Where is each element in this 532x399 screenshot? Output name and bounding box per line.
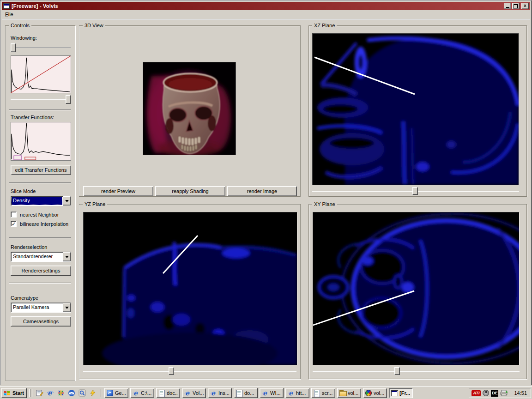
taskbar-task-button[interactable]: Ins... [208,388,232,398]
slider-track[interactable] [83,371,296,372]
taskbar-task-button[interactable]: doc... [156,388,180,398]
menu-file[interactable]: File [2,10,17,18]
close-icon: × [524,4,526,8]
bilinear-row: ✓ bilineare Interpolation [11,221,68,227]
tray-clock[interactable]: 14:51 [514,390,527,396]
view3d-group-title: 3D View [83,23,105,28]
nearest-neighbor-row: nearest Neighbor [11,212,59,218]
slice-mode-combobox[interactable]: Density [11,196,71,206]
app-blue-icon [106,389,114,397]
xy-plane-group-title: XY Plane [312,201,337,207]
slider-track[interactable] [313,371,520,372]
windowing-max-slider[interactable] [11,95,71,104]
checkmark-icon: ✓ [12,221,16,227]
render-preview-button[interactable]: render Preview [83,186,153,196]
minimize-icon [506,7,509,8]
bilinear-label[interactable]: bilineare Interpolation [20,221,68,227]
slider-thumb[interactable] [66,95,71,104]
toolbar-grip[interactable] [29,389,30,397]
ati-tray-icon[interactable]: ATI [472,390,481,396]
cameratype-value[interactable]: Parallel Kamera [11,303,63,312]
xy-plane-group: XY Plane [308,204,527,379]
restore-button[interactable] [512,3,520,9]
renderersettings-button[interactable]: Renderersettings [11,266,71,276]
app-icon [3,3,10,9]
nearest-neighbor-checkbox[interactable] [11,212,17,218]
transfer-functions-label: Transfer Functions: [11,115,54,120]
menu-separator [2,19,530,20]
slider-thumb[interactable] [11,43,16,52]
taskbar-task-button[interactable]: Ge... [104,388,128,398]
taskbar-task-button[interactable]: WI... [260,388,284,398]
renderselection-value[interactable]: Standardrenderer [11,252,63,261]
render-image-button[interactable]: render Image [227,186,297,196]
xz-plane-slice[interactable] [312,33,519,185]
taskbar-task-button[interactable]: do... [234,388,258,398]
windows-logo-icon [4,390,11,396]
internet-explorer-icon [132,389,139,397]
taskbar-task-button[interactable]: vol... [337,388,361,398]
slider-track[interactable] [11,99,71,100]
view3d-group: 3D View [79,25,301,197]
quicklaunch-search-icon[interactable] [78,389,87,397]
controls-group: Controls Windowing: Transfer Functions: [5,25,75,381]
slice-mode-label: Slice Mode [11,188,36,194]
quicklaunch-outlook-icon[interactable] [67,389,76,397]
system-tray: ATI DE 14:51 [469,388,531,398]
folder-icon [339,389,346,397]
notepad-icon [158,389,165,397]
reapply-shading-button[interactable]: reapply Shading [155,186,225,196]
start-button[interactable]: Start [1,388,27,398]
titlebar[interactable]: [Freeware] - Volvis × [2,2,530,10]
taskbar-task-button[interactable]: htt... [285,388,309,398]
renderselection-combobox[interactable]: Standardrenderer [11,252,71,262]
windowing-min-slider[interactable] [11,43,71,52]
desktop: [Freeware] - Volvis × File Controls Wind… [0,0,532,399]
yz-slice-slider[interactable] [83,367,296,375]
edit-transfer-functions-button[interactable]: edit Transfer Functions [11,165,71,175]
toolbar-grip[interactable] [100,389,101,397]
xy-slice-slider[interactable] [313,367,520,375]
windowing-histogram[interactable] [11,55,71,93]
slider-thumb[interactable] [412,187,418,195]
knob-tray-icon[interactable] [483,390,489,396]
dropdown-button[interactable] [63,196,71,206]
separator [9,109,71,110]
dropdown-button[interactable] [63,303,71,312]
skull-3d-render[interactable] [143,62,236,155]
nearest-neighbor-label[interactable]: nearest Neighbor [20,212,59,218]
language-indicator[interactable]: DE [491,390,498,397]
quicklaunch-lightning-icon[interactable] [88,389,97,397]
taskbar-task-button[interactable]: vol... [363,388,387,398]
close-button[interactable]: × [521,3,529,9]
restore-icon [514,4,518,8]
dropdown-button[interactable] [63,252,71,261]
controls-group-title: Controls [9,23,31,28]
taskbar-task-button-active[interactable]: [Fr... [389,388,413,398]
slice-mode-value[interactable]: Density [12,197,62,205]
xz-plane-group: XZ Plane [308,25,527,197]
quicklaunch-colorful-star-icon[interactable] [56,389,66,397]
slider-thumb[interactable] [394,367,400,375]
slider-thumb[interactable] [169,367,174,375]
taskbar-task-button[interactable]: scr... [311,388,335,398]
taskbar-task-button[interactable]: C:\... [130,388,154,398]
printer-tray-icon[interactable] [500,390,508,396]
quicklaunch-show-desktop-icon[interactable] [35,389,44,397]
cameratype-combobox[interactable]: Parallel Kamera [11,302,71,313]
camerasettings-button[interactable]: Camerasettings [11,316,71,326]
slider-track[interactable] [11,47,71,48]
minimize-button[interactable] [504,3,511,9]
xy-plane-slice[interactable] [313,212,520,365]
yz-plane-slice[interactable] [83,212,297,365]
svg-text:e: e [48,389,52,397]
start-label: Start [12,390,24,396]
toolbar-grip[interactable] [32,389,33,397]
taskbar-task-button[interactable]: Vol... [182,388,206,398]
renderselection-label: Renderselection [11,244,48,250]
quicklaunch-internet-explorer-icon[interactable]: e [46,389,55,397]
xz-slice-slider[interactable] [312,187,519,195]
bilinear-checkbox[interactable]: ✓ [11,221,17,227]
menubar: File [2,10,530,19]
transfer-functions-histogram[interactable] [11,122,71,161]
